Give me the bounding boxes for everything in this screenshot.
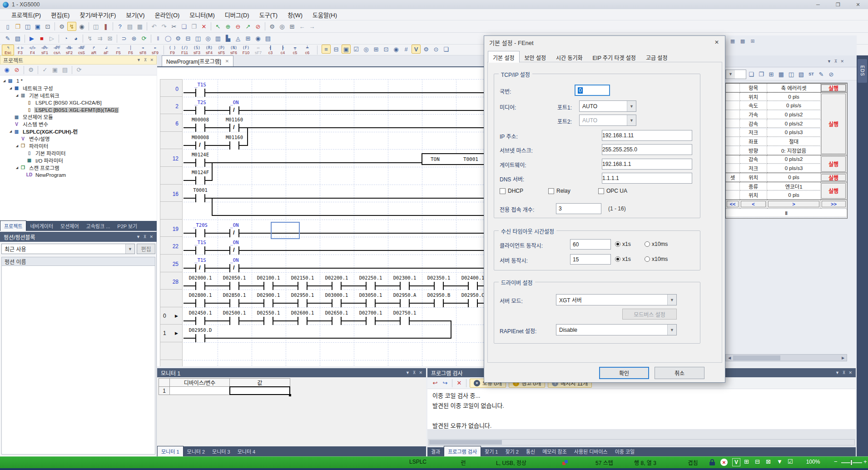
contact-label[interactable]: D02050.1 [216,275,253,280]
close-icon[interactable]: ✕ [848,370,852,375]
contact-label[interactable]: D02950.B [421,292,457,298]
table-value-cell[interactable]: 0: 지정없음 [767,146,821,155]
view-frame-icon[interactable]: ⊡ [382,45,391,54]
contact-label[interactable]: _ON [216,257,253,263]
variable-chip-icon[interactable]: ⊟ [755,458,760,465]
check-tab-3[interactable]: 찾기 2 [501,446,522,456]
expander-icon[interactable]: ◢ [15,166,20,170]
run-button-1[interactable]: 실행 [821,94,846,154]
verify-icon[interactable]: ✓ [40,65,50,75]
dialog-tab-0[interactable]: 기본 설정 [488,51,520,63]
open-project-icon[interactable]: ❐ [13,22,22,31]
resume-icon[interactable]: ◯ [164,34,173,43]
shortcut-key-sF4[interactable]: (R)sF4 [203,45,215,55]
scan-time-icon[interactable]: ◔ [61,34,70,43]
refresh-icon[interactable]: ⟳ [74,65,84,75]
contact-label[interactable]: D02950.A [387,292,423,298]
help-icon[interactable]: ? [115,22,124,31]
error-indicator-icon[interactable]: ✕ [720,459,728,466]
pause-icon[interactable]: ‖ [154,34,163,43]
contact-label[interactable]: D02450.1 [182,310,218,315]
monitor-grid-icon[interactable]: ◫ [193,34,203,43]
save-icon[interactable]: ▣ [33,22,42,31]
clear-messages-icon[interactable]: ✕ [455,379,464,388]
maximize-button[interactable]: ❐ [828,0,848,9]
find-device-icon[interactable]: ↖ [213,22,223,31]
function-edit-button[interactable]: 편집 [137,244,155,254]
tree-item-7[interactable]: ◢▥LSPLC(XGK-CPUH)-런 [0,128,157,135]
checkbox-opc-ua[interactable]: OPC UA [598,188,627,194]
contact-label[interactable]: D02500.1 [216,310,253,315]
close-button[interactable]: ✕ [848,0,868,9]
minimize-button[interactable]: ─ [808,0,828,9]
check-tab-1[interactable]: 프로그램 검사 [444,446,481,456]
chart-view-icon[interactable]: ▧ [797,70,806,79]
ip-row-field-1[interactable]: 255.255.255.0 [602,144,692,155]
shortcut-key-sF7[interactable]: ▭sF7 [252,45,264,55]
contact-label[interactable]: D02700.1 [352,310,389,315]
shortcut-key-csS[interactable]: ⊣NFcsS [75,45,88,55]
shortcut-key-sF6[interactable]: (N)sF6 [228,45,240,55]
monitor-tab-1[interactable]: 모니터 2 [184,446,209,456]
variable-monitor-icon[interactable]: V [412,45,421,54]
contact-label[interactable]: D02950.C [455,292,484,298]
function-list[interactable] [1,266,155,455]
tree-item-3[interactable]: ▯LSPLC [B0S0 XGL-CH2A/B] [0,99,157,106]
close-project-icon[interactable]: ◫ [23,22,32,31]
contact-label[interactable]: _ON [216,100,253,105]
contact-label[interactable]: D02950.1 [284,292,321,298]
contact-label[interactable]: _T1S [182,240,218,245]
tree-item-4[interactable]: ▯LSPLC [B0S1 XGL-EFMT(B)(TAG)] [0,106,157,114]
redo-icon[interactable]: ↷ [159,22,169,31]
grid-icon[interactable]: ⊞ [288,22,297,31]
contact-label[interactable]: _ON [216,222,253,228]
function-filter-select[interactable]: 최근 사용 ▼ [1,244,135,254]
st-view-icon[interactable]: ST [807,70,816,79]
shortcut-key-F6[interactable]: │F6 [124,45,137,55]
menu-item-help[interactable]: 도움말(H) [308,9,342,21]
close-icon[interactable]: ✕ [150,58,154,62]
tree-item-1[interactable]: ◢▦네트워크 구성 [0,85,157,92]
pin-icon[interactable]: ⊼ [834,59,838,64]
uncheck-all-icon[interactable]: ⊘ [12,65,21,75]
check-all-icon[interactable]: ◉ [2,65,11,75]
table-value-cell[interactable]: 0 pls/s2 [767,155,821,164]
print-icon[interactable]: ⊡ [43,22,52,31]
menu-item-online[interactable]: 온라인(O) [150,9,185,21]
contact-label[interactable]: M0124E [182,152,218,157]
contact-label[interactable]: M0124F [182,170,218,175]
tree-item-5[interactable]: ▦모션제어 모듈 [0,113,157,120]
contact-label[interactable]: D03050.1 [352,292,389,298]
link-refresh-icon[interactable]: ⟳ [139,34,149,43]
contact-label[interactable]: _T1S [182,257,218,263]
module-icon[interactable]: ▦ [135,22,144,31]
run-icon[interactable]: ▶ [27,34,36,43]
radio-x10ms-1[interactable]: x10ms [645,256,668,262]
contact-label[interactable]: D02400.1 [455,275,484,280]
stop-find-icon[interactable]: ⊘ [253,22,263,31]
table-value-cell[interactable]: 0 pls [767,191,821,200]
ip-row-field-3[interactable]: 1.1.1.1 [602,173,692,184]
pin-icon[interactable]: ⊼ [413,370,416,375]
panel-menu-icon[interactable]: ▼ [835,370,839,375]
expander-icon[interactable]: ◢ [15,94,20,97]
grid-small-icon[interactable]: ▦ [728,36,737,45]
shortcut-key-sF2[interactable]: ⊣N⊢sF2 [63,45,75,55]
shortcut-key-F10[interactable]: (F)F10 [240,45,252,55]
table-view-icon[interactable]: ▦ [777,70,786,79]
scrollbar-thumb[interactable] [429,440,502,445]
grid-view-icon[interactable]: ⊞ [767,70,776,79]
write-plc-icon[interactable]: ◫ [91,22,100,31]
radio-x1s-0[interactable]: x1s [615,241,631,247]
options-wrench-icon[interactable]: ⚙ [57,22,66,31]
station-input[interactable]: 0 [575,85,610,96]
block-icon[interactable]: ⊘ [827,70,836,79]
close-tab-icon[interactable]: ✕ [225,59,229,64]
dialog-close-button[interactable]: ✕ [709,37,724,48]
shortcut-key-F3[interactable]: ⊣ ⊢F3 [14,45,26,55]
zoom-in-icon[interactable]: + [863,458,867,465]
monitor-tab-0[interactable]: 모니터 1 [157,446,184,456]
trend-icon[interactable]: ◬ [233,34,243,43]
check-message-list[interactable]: 이중 코일 검사 중...발견된 이중 코일이 없습니다.발견된 오류가 없습니… [427,389,856,429]
nav-right-icon[interactable]: → [308,22,317,31]
